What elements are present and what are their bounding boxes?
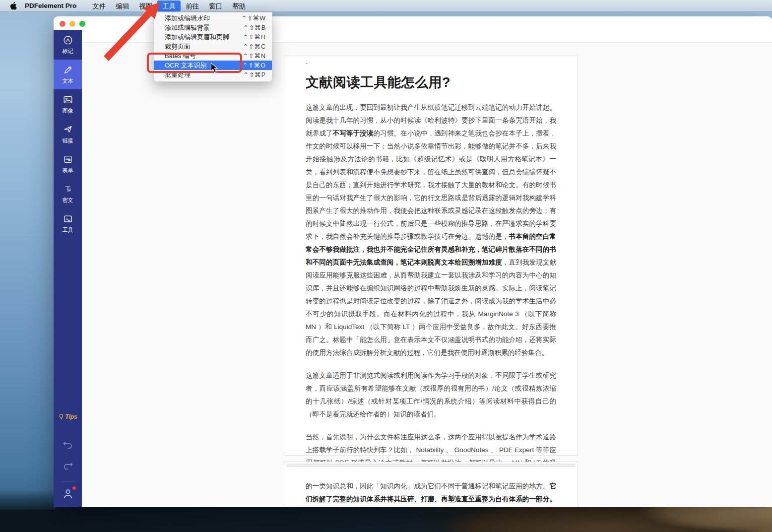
page-dash: - — [306, 59, 556, 66]
sidebar-item-label: 文本 — [63, 77, 73, 85]
tools-dropdown-menu: 添加或编辑水印⌃⇧⌘W添加或编辑背景⌃⇧⌘B添加或编辑页眉和页脚⌃⇧⌘H裁剪页面… — [153, 12, 272, 82]
menu-item-label: 添加或编辑背景 — [165, 23, 210, 32]
menu-item-添加或编辑水印[interactable]: 添加或编辑水印⌃⇧⌘W — [154, 13, 272, 23]
document-area: -文献阅读工具能怎么用?这篇文章的出现，要回到最初让我产生从纸质笔记迁移到云端笔… — [82, 43, 772, 507]
sidebar-item-工具[interactable]: 工具 — [54, 208, 82, 238]
sidebar-item-链接[interactable]: 链接 — [54, 119, 82, 149]
menu-item-label: 添加或编辑页眉和页脚 — [165, 33, 229, 42]
menubar-item-文件[interactable]: 文件 — [87, 0, 111, 11]
paragraph: 这篇文章的出现，要回到最初让我产生从纸质笔记迁移到云端笔记的动力开始讲起。阅读是… — [306, 101, 556, 359]
wallpaper-shoreline — [0, 506, 772, 532]
sidebar-divider — [61, 481, 75, 481]
sidebar-item-label: 密文 — [63, 197, 73, 204]
menu-item-shortcut: ⌃⇧⌘P — [243, 71, 266, 78]
menu-item-OCR 文本识别[interactable]: OCR 文本识别⌃⇧⌘O — [154, 61, 272, 70]
menubar-item-窗口[interactable]: 窗口 — [204, 0, 227, 11]
wallpaper-water-left — [0, 490, 56, 510]
menu-item-添加或编辑页眉和页脚[interactable]: 添加或编辑页眉和页脚⌃⇧⌘H — [154, 32, 272, 42]
menu-item-label: 添加或编辑水印 — [165, 14, 210, 23]
paragraph: 这篇文章适用于非浏览式阅读或利用阅读作为学习手段的对象，不局限于学生或研究者，而… — [306, 369, 556, 421]
paragraph: 的一类知识总和，因此「知识内化」成为它们不同于普通标记和笔记应用的地方。它们拆解… — [306, 480, 556, 507]
markup-icon — [63, 35, 73, 46]
menu-item-label: Bates 编号 — [165, 52, 196, 61]
account-button[interactable] — [62, 487, 74, 502]
menu-item-裁剪页面[interactable]: 裁剪页面⌃⇧⌘C — [154, 42, 272, 51]
text-icon — [63, 65, 73, 75]
sidebar-items: 标记文本图像链接表单密文工具 — [54, 30, 82, 238]
document-title: 文献阅读工具能怎么用? — [306, 73, 556, 91]
menubar-items: 文件编辑视图工具前往窗口帮助 — [87, 0, 251, 11]
pdf-page-1: -文献阅读工具能怎么用?这篇文章的出现，要回到最初让我产生从纸质笔记迁移到云端笔… — [284, 56, 578, 456]
sidebar-item-密文[interactable]: 密文 — [54, 179, 82, 208]
sidebar-item-图像[interactable]: 图像 — [54, 89, 82, 119]
sidebar-item-label: 工具 — [63, 226, 73, 234]
menubar-item-编辑[interactable]: 编辑 — [111, 0, 134, 11]
pdfelement-window: -文献阅读工具能怎么用?这篇文章的出现，要回到最初让我产生从纸质笔记迁移到云端笔… — [54, 16, 772, 507]
menu-item-Bates 编号[interactable]: Bates 编号⌃⇧⌘N — [154, 51, 272, 61]
tool-sidebar: 标记文本图像链接表单密文工具 Tips — [54, 30, 82, 507]
sidebar-bottom: Tips — [54, 413, 82, 502]
menu-item-shortcut: ⌃⇧⌘W — [242, 14, 266, 22]
sidebar-item-表单[interactable]: 表单 — [54, 149, 82, 179]
notification-badge — [72, 486, 76, 490]
sidebar-item-label: 表单 — [63, 167, 73, 174]
redact-icon — [63, 184, 73, 195]
zoom-button[interactable] — [79, 21, 85, 27]
page2-header-strip — [286, 464, 576, 467]
sidebar-item-label: 标记 — [63, 48, 73, 55]
link-icon — [63, 124, 73, 135]
menubar-item-帮助[interactable]: 帮助 — [227, 0, 251, 11]
menu-item-shortcut: ⌃⇧⌘B — [243, 24, 266, 31]
undo-icon[interactable] — [63, 441, 73, 451]
menu-item-label: 批量处理 — [165, 70, 191, 79]
menu-item-shortcut: ⌃⇧⌘O — [243, 62, 266, 69]
redo-icon[interactable] — [63, 462, 73, 471]
menu-item-批量处理[interactable]: 批量处理⌃⇧⌘P — [154, 70, 272, 79]
tips-button[interactable]: Tips — [58, 413, 77, 420]
form-icon — [63, 154, 73, 165]
menu-item-label: OCR 文本识别 — [165, 61, 207, 70]
tips-label: Tips — [65, 413, 77, 420]
apple-menu-icon[interactable] — [10, 2, 17, 10]
menu-item-label: 裁剪页面 — [165, 42, 191, 51]
minimize-button[interactable] — [69, 21, 75, 27]
close-button[interactable] — [60, 21, 65, 27]
menu-item-shortcut: ⌃⇧⌘H — [243, 33, 266, 41]
menu-bar: PDFelement Pro 文件编辑视图工具前往窗口帮助 — [0, 0, 772, 12]
menubar-item-视图[interactable]: 视图 — [134, 0, 157, 11]
sidebar-item-标记[interactable]: 标记 — [54, 30, 82, 60]
sidebar-item-label: 图像 — [63, 107, 73, 115]
sidebar-item-文本[interactable]: 文本 — [54, 60, 82, 89]
pdf-page-2: 的一类知识总和，因此「知识内化」成为它们不同于普通标记和笔记应用的地方。它们拆解… — [284, 462, 578, 507]
menu-item-shortcut: ⌃⇧⌘N — [243, 52, 266, 60]
menu-item-添加或编辑背景[interactable]: 添加或编辑背景⌃⇧⌘B — [154, 23, 272, 32]
image-icon — [63, 94, 73, 105]
sidebar-item-label: 链接 — [63, 137, 73, 144]
tools-icon — [63, 213, 73, 224]
menubar-item-前往[interactable]: 前往 — [181, 0, 204, 11]
menubar-app-name[interactable]: PDFelement Pro — [25, 2, 76, 9]
menu-item-shortcut: ⌃⇧⌘C — [243, 43, 266, 50]
menubar-item-工具[interactable]: 工具 — [157, 0, 181, 11]
